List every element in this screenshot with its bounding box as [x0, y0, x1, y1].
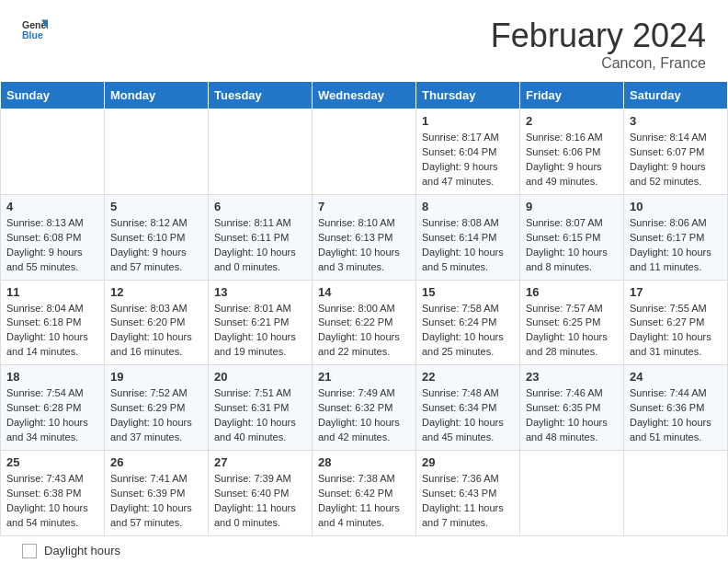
day-number: 18 — [6, 370, 98, 384]
footer: Daylight hours — [0, 536, 728, 563]
calendar-cell — [624, 451, 728, 536]
day-number: 16 — [526, 285, 618, 299]
calendar-week-5: 25Sunrise: 7:43 AM Sunset: 6:38 PM Dayli… — [1, 451, 728, 536]
calendar-cell: 12Sunrise: 8:03 AM Sunset: 6:20 PM Dayli… — [105, 280, 209, 365]
calendar-cell: 23Sunrise: 7:46 AM Sunset: 6:35 PM Dayli… — [520, 365, 624, 451]
day-number: 11 — [6, 285, 98, 299]
calendar-cell: 13Sunrise: 8:01 AM Sunset: 6:21 PM Dayli… — [209, 280, 313, 365]
day-info: Sunrise: 7:54 AM Sunset: 6:28 PM Dayligh… — [6, 386, 98, 445]
day-info: Sunrise: 8:08 AM Sunset: 6:14 PM Dayligh… — [422, 216, 514, 275]
calendar-cell: 5Sunrise: 8:12 AM Sunset: 6:10 PM Daylig… — [105, 194, 209, 280]
day-info: Sunrise: 7:36 AM Sunset: 6:43 PM Dayligh… — [422, 472, 514, 531]
day-info: Sunrise: 8:12 AM Sunset: 6:10 PM Dayligh… — [110, 216, 202, 275]
page-header: General Blue February 2024 Cancon, Franc… — [0, 0, 728, 81]
day-info: Sunrise: 8:17 AM Sunset: 6:04 PM Dayligh… — [422, 131, 514, 190]
day-info: Sunrise: 7:52 AM Sunset: 6:29 PM Dayligh… — [110, 386, 202, 445]
day-number: 1 — [422, 114, 514, 128]
weekday-header-sunday: Sunday — [1, 82, 105, 109]
day-number: 9 — [526, 200, 618, 213]
day-number: 24 — [630, 370, 722, 384]
day-info: Sunrise: 8:06 AM Sunset: 6:17 PM Dayligh… — [630, 216, 722, 275]
calendar-cell: 10Sunrise: 8:06 AM Sunset: 6:17 PM Dayli… — [624, 194, 728, 280]
day-info: Sunrise: 7:43 AM Sunset: 6:38 PM Dayligh… — [6, 472, 98, 531]
day-info: Sunrise: 7:57 AM Sunset: 6:25 PM Dayligh… — [526, 302, 618, 361]
calendar-cell: 18Sunrise: 7:54 AM Sunset: 6:28 PM Dayli… — [1, 365, 105, 451]
day-number: 5 — [110, 200, 202, 213]
day-info: Sunrise: 8:14 AM Sunset: 6:07 PM Dayligh… — [630, 131, 722, 190]
day-info: Sunrise: 8:01 AM Sunset: 6:21 PM Dayligh… — [214, 302, 306, 361]
day-number: 3 — [630, 114, 722, 128]
day-number: 17 — [630, 285, 722, 299]
calendar-cell: 2Sunrise: 8:16 AM Sunset: 6:06 PM Daylig… — [520, 109, 624, 195]
day-number: 7 — [318, 200, 410, 213]
calendar-week-2: 4Sunrise: 8:13 AM Sunset: 6:08 PM Daylig… — [1, 194, 728, 280]
calendar-cell: 15Sunrise: 7:58 AM Sunset: 6:24 PM Dayli… — [416, 280, 520, 365]
weekday-header-friday: Friday — [520, 82, 624, 109]
calendar-cell: 17Sunrise: 7:55 AM Sunset: 6:27 PM Dayli… — [624, 280, 728, 365]
day-number: 13 — [214, 285, 306, 299]
calendar-cell — [105, 109, 209, 195]
day-info: Sunrise: 8:04 AM Sunset: 6:18 PM Dayligh… — [6, 302, 98, 361]
calendar-cell: 25Sunrise: 7:43 AM Sunset: 6:38 PM Dayli… — [1, 451, 105, 536]
weekday-header-tuesday: Tuesday — [209, 82, 313, 109]
day-info: Sunrise: 7:49 AM Sunset: 6:32 PM Dayligh… — [318, 386, 410, 445]
day-info: Sunrise: 7:48 AM Sunset: 6:34 PM Dayligh… — [422, 386, 514, 445]
calendar-cell: 3Sunrise: 8:14 AM Sunset: 6:07 PM Daylig… — [624, 109, 728, 195]
calendar-week-3: 11Sunrise: 8:04 AM Sunset: 6:18 PM Dayli… — [1, 280, 728, 365]
day-info: Sunrise: 7:55 AM Sunset: 6:27 PM Dayligh… — [630, 302, 722, 361]
day-number: 19 — [110, 370, 202, 384]
day-info: Sunrise: 7:58 AM Sunset: 6:24 PM Dayligh… — [422, 302, 514, 361]
day-info: Sunrise: 8:16 AM Sunset: 6:06 PM Dayligh… — [526, 131, 618, 190]
day-info: Sunrise: 8:11 AM Sunset: 6:11 PM Dayligh… — [214, 216, 306, 275]
calendar-cell: 26Sunrise: 7:41 AM Sunset: 6:39 PM Dayli… — [105, 451, 209, 536]
day-number: 23 — [526, 370, 618, 384]
day-info: Sunrise: 8:00 AM Sunset: 6:22 PM Dayligh… — [318, 302, 410, 361]
day-number: 15 — [422, 285, 514, 299]
calendar-cell: 4Sunrise: 8:13 AM Sunset: 6:08 PM Daylig… — [1, 194, 105, 280]
day-number: 14 — [318, 285, 410, 299]
calendar-cell — [209, 109, 313, 195]
day-number: 8 — [422, 200, 514, 213]
title-block: February 2024 Cancon, France — [491, 17, 706, 72]
day-number: 25 — [6, 455, 98, 469]
day-number: 20 — [214, 370, 306, 384]
day-number: 12 — [110, 285, 202, 299]
day-info: Sunrise: 7:51 AM Sunset: 6:31 PM Dayligh… — [214, 386, 306, 445]
calendar-cell — [1, 109, 105, 195]
day-number: 27 — [214, 455, 306, 469]
weekday-header-wednesday: Wednesday — [313, 82, 416, 109]
day-number: 21 — [318, 370, 410, 384]
logo-icon: General Blue — [22, 17, 48, 42]
calendar-cell: 9Sunrise: 8:07 AM Sunset: 6:15 PM Daylig… — [520, 194, 624, 280]
day-info: Sunrise: 7:41 AM Sunset: 6:39 PM Dayligh… — [110, 472, 202, 531]
day-info: Sunrise: 8:03 AM Sunset: 6:20 PM Dayligh… — [110, 302, 202, 361]
calendar-cell: 28Sunrise: 7:38 AM Sunset: 6:42 PM Dayli… — [313, 451, 416, 536]
calendar-cell — [313, 109, 416, 195]
svg-text:Blue: Blue — [22, 29, 43, 40]
calendar-cell: 27Sunrise: 7:39 AM Sunset: 6:40 PM Dayli… — [209, 451, 313, 536]
day-number: 26 — [110, 455, 202, 469]
daylight-label: Daylight hours — [44, 544, 120, 557]
day-number: 28 — [318, 455, 410, 469]
day-number: 29 — [422, 455, 514, 469]
day-number: 22 — [422, 370, 514, 384]
day-info: Sunrise: 7:46 AM Sunset: 6:35 PM Dayligh… — [526, 386, 618, 445]
calendar-cell: 24Sunrise: 7:44 AM Sunset: 6:36 PM Dayli… — [624, 365, 728, 451]
calendar-cell: 11Sunrise: 8:04 AM Sunset: 6:18 PM Dayli… — [1, 280, 105, 365]
calendar-cell: 21Sunrise: 7:49 AM Sunset: 6:32 PM Dayli… — [313, 365, 416, 451]
weekday-header-monday: Monday — [105, 82, 209, 109]
calendar-cell: 22Sunrise: 7:48 AM Sunset: 6:34 PM Dayli… — [416, 365, 520, 451]
day-info: Sunrise: 7:38 AM Sunset: 6:42 PM Dayligh… — [318, 472, 410, 531]
calendar-cell: 1Sunrise: 8:17 AM Sunset: 6:04 PM Daylig… — [416, 109, 520, 195]
month-title: February 2024 — [491, 17, 706, 55]
day-number: 4 — [6, 200, 98, 213]
location: Cancon, France — [491, 55, 706, 72]
day-info: Sunrise: 8:13 AM Sunset: 6:08 PM Dayligh… — [6, 216, 98, 275]
day-info: Sunrise: 8:10 AM Sunset: 6:13 PM Dayligh… — [318, 216, 410, 275]
day-info: Sunrise: 7:44 AM Sunset: 6:36 PM Dayligh… — [630, 386, 722, 445]
daylight-box — [22, 544, 37, 558]
calendar-cell: 6Sunrise: 8:11 AM Sunset: 6:11 PM Daylig… — [209, 194, 313, 280]
calendar-cell: 19Sunrise: 7:52 AM Sunset: 6:29 PM Dayli… — [105, 365, 209, 451]
calendar-cell: 14Sunrise: 8:00 AM Sunset: 6:22 PM Dayli… — [313, 280, 416, 365]
calendar-cell: 29Sunrise: 7:36 AM Sunset: 6:43 PM Dayli… — [416, 451, 520, 536]
